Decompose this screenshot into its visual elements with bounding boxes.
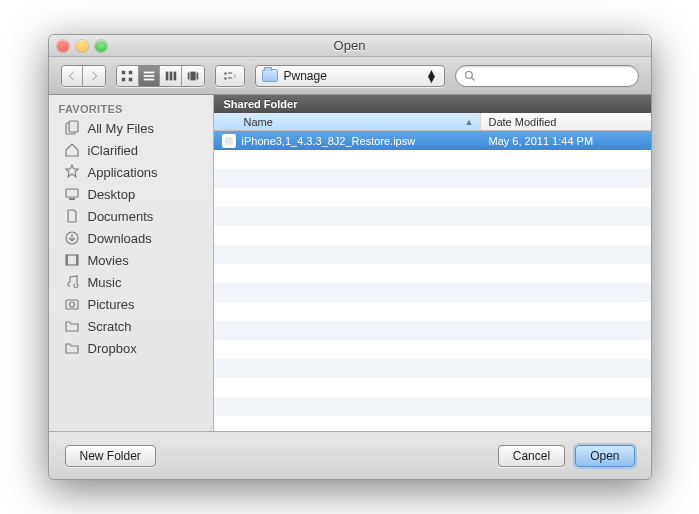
sidebar-item-label: Scratch xyxy=(88,319,132,334)
close-icon[interactable] xyxy=(57,40,69,52)
sidebar-item-downloads[interactable]: Downloads xyxy=(49,227,213,249)
file-rows[interactable]: iPhone3,1_4.3.3_8J2_Restore.ipsw May 6, … xyxy=(214,131,651,431)
empty-row xyxy=(214,397,651,416)
folder-icon xyxy=(63,340,81,356)
search-input[interactable] xyxy=(480,69,630,83)
sidebar: FAVORITES All My Files iClarified Applic… xyxy=(49,95,214,431)
arrange-button[interactable] xyxy=(216,66,244,86)
back-button[interactable] xyxy=(62,66,84,86)
empty-row xyxy=(214,302,651,321)
sidebar-header: FAVORITES xyxy=(49,99,213,117)
column-date-modified[interactable]: Date Modified xyxy=(481,113,651,130)
empty-row xyxy=(214,340,651,359)
sidebar-item-label: Pictures xyxy=(88,297,135,312)
downloads-icon xyxy=(63,230,81,246)
svg-rect-16 xyxy=(227,77,231,78)
sidebar-item-label: Downloads xyxy=(88,231,152,246)
svg-rect-7 xyxy=(166,71,169,80)
svg-rect-14 xyxy=(224,77,226,79)
ipsw-file-icon xyxy=(222,134,236,148)
empty-row xyxy=(214,169,651,188)
zoom-icon[interactable] xyxy=(95,40,107,52)
view-columns-button[interactable] xyxy=(160,66,182,86)
empty-row xyxy=(214,245,651,264)
sidebar-item-movies[interactable]: Movies xyxy=(49,249,213,271)
svg-point-28 xyxy=(69,302,74,307)
arrange-button-group xyxy=(215,65,245,87)
sidebar-item-label: Movies xyxy=(88,253,129,268)
sidebar-item-label: Documents xyxy=(88,209,154,224)
applications-icon xyxy=(63,164,81,180)
sidebar-item-dropbox[interactable]: Dropbox xyxy=(49,337,213,359)
sidebar-item-all-my-files[interactable]: All My Files xyxy=(49,117,213,139)
sidebar-item-pictures[interactable]: Pictures xyxy=(49,293,213,315)
sidebar-item-label: Dropbox xyxy=(88,341,137,356)
home-icon xyxy=(63,142,81,158)
window-title: Open xyxy=(49,38,651,53)
sort-ascending-icon: ▲ xyxy=(465,117,474,127)
column-name[interactable]: Name▲ xyxy=(214,113,481,130)
svg-rect-1 xyxy=(129,70,133,74)
svg-rect-8 xyxy=(169,71,172,80)
svg-rect-26 xyxy=(76,255,78,265)
svg-rect-6 xyxy=(144,78,155,80)
empty-row xyxy=(214,188,651,207)
cancel-button[interactable]: Cancel xyxy=(498,445,565,467)
nav-buttons xyxy=(61,65,106,87)
empty-row xyxy=(214,359,651,378)
music-icon xyxy=(63,274,81,290)
svg-rect-9 xyxy=(173,71,176,80)
svg-rect-15 xyxy=(227,72,231,73)
sidebar-item-applications[interactable]: Applications xyxy=(49,161,213,183)
file-list-pane: Shared Folder Name▲ Date Modified iPhone… xyxy=(214,95,651,431)
folder-icon xyxy=(63,318,81,334)
folder-icon xyxy=(262,69,278,82)
empty-row xyxy=(214,226,651,245)
sidebar-item-label: All My Files xyxy=(88,121,154,136)
svg-rect-2 xyxy=(122,77,126,81)
sidebar-item-iclarified[interactable]: iClarified xyxy=(49,139,213,161)
empty-row xyxy=(214,150,651,169)
file-date: May 6, 2011 1:44 PM xyxy=(481,135,651,147)
svg-rect-5 xyxy=(144,75,155,77)
search-field[interactable] xyxy=(455,65,639,87)
empty-row xyxy=(214,264,651,283)
all-files-icon xyxy=(63,120,81,136)
svg-rect-13 xyxy=(224,72,226,74)
svg-rect-11 xyxy=(190,71,195,80)
svg-rect-27 xyxy=(66,300,78,309)
sidebar-item-label: Music xyxy=(88,275,122,290)
open-dialog: Open Pwnage ▲▼ FAVORITES All My Files xyxy=(48,34,652,480)
svg-rect-0 xyxy=(122,70,126,74)
empty-row xyxy=(214,378,651,397)
sidebar-item-scratch[interactable]: Scratch xyxy=(49,315,213,337)
body: FAVORITES All My Files iClarified Applic… xyxy=(49,95,651,431)
svg-point-17 xyxy=(465,71,472,78)
forward-button[interactable] xyxy=(83,66,105,86)
footer: New Folder Cancel Open xyxy=(49,431,651,479)
view-list-button[interactable] xyxy=(139,66,161,86)
svg-rect-4 xyxy=(144,71,155,73)
open-button[interactable]: Open xyxy=(575,445,634,467)
minimize-icon[interactable] xyxy=(76,40,88,52)
file-row[interactable]: iPhone3,1_4.3.3_8J2_Restore.ipsw May 6, … xyxy=(214,131,651,150)
svg-line-18 xyxy=(471,77,474,80)
desktop-icon xyxy=(63,186,81,202)
view-coverflow-button[interactable] xyxy=(182,66,204,86)
sidebar-item-music[interactable]: Music xyxy=(49,271,213,293)
new-folder-button[interactable]: New Folder xyxy=(65,445,156,467)
view-icons-button[interactable] xyxy=(117,66,139,86)
view-mode-buttons xyxy=(116,65,205,87)
titlebar[interactable]: Open xyxy=(49,35,651,57)
sidebar-item-desktop[interactable]: Desktop xyxy=(49,183,213,205)
chevron-updown-icon: ▲▼ xyxy=(426,70,438,82)
search-icon xyxy=(464,70,476,82)
svg-rect-22 xyxy=(69,198,75,200)
empty-row xyxy=(214,321,651,340)
window-controls xyxy=(57,40,107,52)
sidebar-item-documents[interactable]: Documents xyxy=(49,205,213,227)
path-dropdown[interactable]: Pwnage ▲▼ xyxy=(255,65,445,87)
sidebar-item-label: iClarified xyxy=(88,143,139,158)
svg-rect-25 xyxy=(66,255,68,265)
svg-rect-20 xyxy=(69,121,78,132)
